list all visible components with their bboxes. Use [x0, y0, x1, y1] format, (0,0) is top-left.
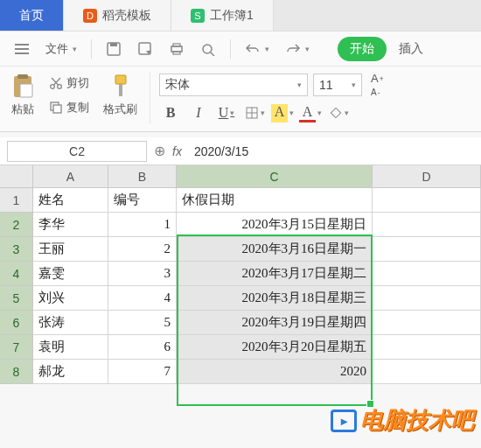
copy-button[interactable]: 复制 — [44, 98, 94, 117]
format-painter-button[interactable]: 格式刷 — [100, 72, 141, 119]
col-header-C[interactable]: C — [177, 165, 373, 188]
row-header[interactable]: 3 — [0, 237, 33, 262]
redo-icon — [285, 42, 301, 56]
svg-rect-7 — [173, 44, 180, 46]
column-headers: A B C D — [0, 165, 481, 188]
paste-button[interactable]: 粘贴 — [7, 72, 38, 119]
cell[interactable]: 2020年3月17日星期二 — [177, 262, 373, 286]
separator — [91, 39, 92, 59]
ribbon: 粘贴 剪切 复制 格式刷 宋体▾ — [0, 66, 481, 132]
cell[interactable]: 7 — [108, 360, 177, 384]
row-header[interactable]: 8 — [0, 360, 33, 384]
col-header-D[interactable]: D — [373, 165, 481, 188]
col-header-B[interactable]: B — [108, 165, 177, 188]
fx-button[interactable]: fx — [172, 144, 182, 158]
cell[interactable] — [373, 286, 481, 311]
grid-row: 8 郝龙 7 2020 — [0, 360, 481, 384]
font-size-select[interactable]: 11▾ — [313, 74, 362, 96]
chevron-down-icon: ▾ — [317, 108, 322, 117]
chevron-down-icon: ▾ — [305, 45, 310, 53]
cell[interactable] — [373, 237, 481, 262]
row-header[interactable]: 6 — [0, 311, 33, 335]
font-name-select[interactable]: 宋体▾ — [159, 74, 308, 96]
cell[interactable] — [373, 335, 481, 360]
increase-font-button[interactable]: A+ — [371, 72, 390, 85]
cell[interactable]: 王丽 — [33, 237, 108, 262]
cell[interactable]: 刘兴 — [33, 286, 108, 311]
chevron-down-icon: ▾ — [261, 108, 265, 117]
cell[interactable]: 李华 — [33, 213, 108, 237]
name-box[interactable]: C2 — [7, 141, 147, 162]
print-icon — [169, 42, 185, 56]
redo-button[interactable]: ▾ — [280, 38, 315, 60]
cell[interactable] — [373, 262, 481, 286]
cell[interactable] — [373, 360, 481, 384]
undo-button[interactable]: ▾ — [240, 38, 275, 60]
row-header[interactable]: 7 — [0, 335, 33, 360]
cell[interactable]: 2020年3月15日星期日 — [177, 213, 373, 237]
zoom-icon[interactable]: ⊕ — [154, 143, 165, 159]
print-preview-button[interactable] — [195, 38, 221, 60]
tab-templates[interactable]: D 稻壳模板 — [64, 0, 171, 31]
cell[interactable]: 4 — [108, 286, 177, 311]
tab-workbook[interactable]: S 工作簿1 — [171, 0, 274, 31]
svg-rect-12 — [17, 74, 28, 79]
cell[interactable]: 张涛 — [33, 311, 108, 335]
row-header[interactable]: 1 — [0, 188, 33, 213]
separator — [230, 39, 231, 59]
col-header-A[interactable]: A — [33, 165, 108, 188]
grid-row: 4 嘉雯 3 2020年3月17日星期二 — [0, 262, 481, 286]
cell[interactable] — [373, 213, 481, 237]
cut-button[interactable]: 剪切 — [44, 74, 94, 93]
cell[interactable]: 嘉雯 — [33, 262, 108, 286]
underline-button[interactable]: U▾ — [215, 102, 238, 124]
start-tab[interactable]: 开始 — [338, 37, 387, 61]
cell[interactable]: 1 — [108, 213, 177, 237]
chevron-down-icon: ▾ — [265, 45, 269, 53]
cell[interactable] — [373, 188, 481, 213]
cell[interactable]: 3 — [108, 262, 177, 286]
formula-bar: C2 ⊕ fx 2020/3/15 — [0, 137, 481, 165]
row-header[interactable]: 5 — [0, 286, 33, 311]
more-font-button[interactable]: ▾ — [327, 102, 350, 124]
fill-color-button[interactable]: A▾ — [271, 102, 294, 124]
cell[interactable]: 2 — [108, 237, 177, 262]
cell[interactable]: 编号 — [108, 188, 177, 213]
row-header[interactable]: 4 — [0, 262, 33, 286]
tab-label: 稻壳模板 — [102, 8, 151, 24]
font-group: 宋体▾ 11▾ A+ A- B I U▾ ▾ A▾ A▾ ▾ — [159, 72, 399, 124]
cell[interactable]: 2020年3月16日星期一 — [177, 237, 373, 262]
cell[interactable]: 2020年3月19日星期四 — [177, 311, 373, 335]
grid-row: 2 李华 1 2020年3月15日星期日 — [0, 213, 481, 237]
app-menu-icon[interactable] — [9, 38, 35, 60]
cell[interactable] — [373, 311, 481, 335]
bold-button[interactable]: B — [159, 102, 182, 124]
svg-rect-8 — [173, 52, 180, 54]
insert-tab[interactable]: 插入 — [392, 38, 430, 60]
font-color-button[interactable]: A▾ — [299, 102, 322, 124]
cell[interactable]: 2020年3月18日星期三 — [177, 286, 373, 311]
cell[interactable]: 2020 — [177, 360, 373, 384]
cell[interactable]: 郝龙 — [33, 360, 108, 384]
cell[interactable]: 2020年3月20日星期五 — [177, 335, 373, 360]
diamond-icon — [329, 106, 343, 120]
border-button[interactable]: ▾ — [243, 102, 266, 124]
print-button[interactable] — [164, 38, 190, 60]
file-menu[interactable]: 文件▾ — [40, 38, 82, 60]
cell[interactable]: 6 — [108, 335, 177, 360]
save-as-button[interactable] — [132, 38, 158, 60]
svg-point-15 — [58, 85, 62, 89]
decrease-font-button[interactable]: A- — [371, 88, 390, 97]
spreadsheet-grid: A B C D 1 姓名 编号 休假日期 2 李华 1 2020年3月15日星期… — [0, 165, 481, 384]
row-header[interactable]: 2 — [0, 213, 33, 237]
italic-button[interactable]: I — [187, 102, 210, 124]
cell[interactable]: 袁明 — [33, 335, 108, 360]
select-all-corner[interactable] — [0, 165, 33, 188]
save-button[interactable] — [101, 38, 127, 60]
cell[interactable]: 5 — [108, 311, 177, 335]
formula-input[interactable]: 2020/3/15 — [189, 144, 474, 158]
cell[interactable]: 休假日期 — [177, 188, 373, 213]
tab-home[interactable]: 首页 — [0, 0, 64, 31]
cell[interactable]: 姓名 — [33, 188, 108, 213]
chevron-down-icon: ▾ — [289, 108, 294, 117]
